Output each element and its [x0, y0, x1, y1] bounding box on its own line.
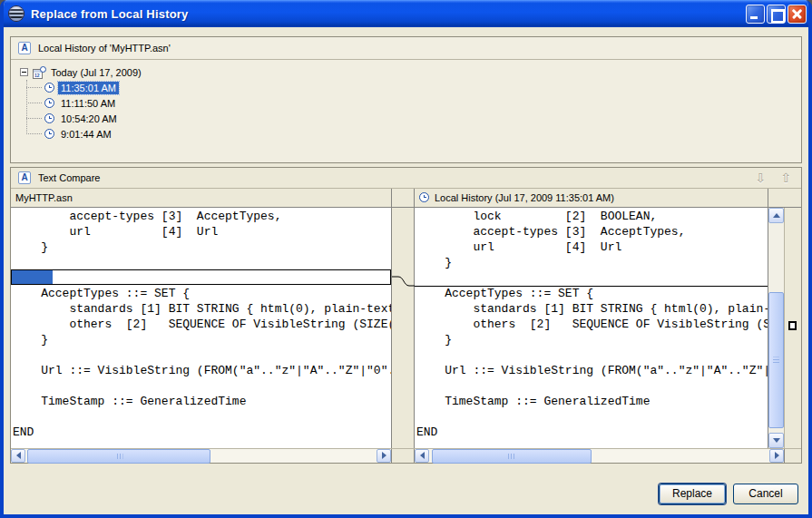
code-line: AcceptTypes ::= SET { [416, 286, 768, 301]
code-line [13, 347, 391, 363]
history-tree[interactable]: Today (Jul 17, 2009) 11:35:01 AM11:11:50… [11, 60, 801, 142]
code-line [416, 409, 768, 425]
code-line: standards [1] BIT STRING { html(0), plai… [416, 301, 768, 317]
scrollbar-gutter-gap [392, 449, 415, 463]
vertical-scrollbar[interactable] [768, 208, 785, 448]
code-line: url [4] Url [13, 224, 391, 239]
horizontal-scrollbar-row [11, 448, 801, 463]
dialog-content: A Local History of 'MyHTTP.asn' Today (J… [4, 27, 808, 514]
diff-overview-ruler[interactable] [785, 208, 801, 448]
left-code-pane[interactable]: accept-types [3] AcceptTypes, url [4] Ur… [11, 208, 392, 448]
next-difference-button[interactable]: ⇩ [750, 169, 770, 187]
dialog-window: Replace from Local History A Local Histo… [0, 0, 812, 518]
code-line [13, 378, 391, 394]
header-corner [768, 189, 801, 206]
history-version-item[interactable]: 11:35:01 AM [11, 80, 801, 95]
history-tree-root[interactable]: Today (Jul 17, 2009) [11, 64, 801, 80]
left-horizontal-scroll-thumb[interactable] [27, 449, 210, 464]
left-horizontal-scrollbar[interactable] [11, 449, 392, 463]
up-arrow-icon: ⇧ [780, 171, 791, 185]
local-history-panel: A Local History of 'MyHTTP.asn' Today (J… [10, 36, 802, 163]
eclipse-app-icon [9, 6, 24, 21]
maximize-button[interactable] [767, 5, 786, 24]
compare-pane-headers: MyHTTP.asn Local History (Jul 17, 2009 1… [11, 189, 801, 207]
compare-body: accept-types [3] AcceptTypes, url [4] Ur… [11, 208, 801, 448]
right-pane-title: Local History (Jul 17, 2009 11:35:01 AM) [435, 192, 614, 203]
scroll-left-button[interactable] [11, 449, 25, 463]
code-line: others [2] SEQUENCE OF VisibleString (SI… [416, 317, 768, 332]
code-line: TimeStamp ::= GeneralizedTime [13, 394, 391, 409]
diff-overview-marker[interactable] [788, 321, 797, 330]
code-line [416, 270, 768, 286]
code-line: } [13, 239, 391, 255]
code-line: } [13, 332, 391, 347]
code-line: } [416, 332, 768, 347]
window-title: Replace from Local History [31, 7, 744, 21]
scroll-right-button[interactable] [377, 449, 391, 463]
diff-insert-line [415, 286, 768, 287]
code-line: END [416, 425, 768, 440]
right-horizontal-scroll-thumb[interactable] [432, 449, 592, 464]
left-pane-title: MyHTTP.asn [15, 192, 73, 203]
scroll-right-button[interactable] [769, 449, 784, 463]
diff-connector-gutter [392, 208, 415, 448]
right-pane-header: Local History (Jul 17, 2009 11:35:01 AM) [415, 189, 768, 206]
scroll-down-button[interactable] [768, 433, 784, 448]
calendar-clock-icon [33, 66, 46, 79]
code-line [416, 378, 768, 394]
right-arrow-icon [382, 452, 386, 459]
history-date-label: Today (Jul 17, 2009) [51, 67, 142, 78]
code-line [416, 347, 768, 363]
scroll-up-button[interactable] [768, 208, 784, 223]
right-code-pane[interactable]: lock [2] BOOLEAN, accept-types [3] Accep… [415, 208, 768, 448]
diff-nav-toolbar: ⇩ ⇧ [750, 169, 796, 187]
scroll-left-button[interactable] [415, 449, 429, 463]
previous-difference-button[interactable]: ⇧ [776, 169, 796, 187]
collapse-expander-icon[interactable] [20, 68, 28, 76]
diff-connector-line [392, 208, 415, 448]
local-history-panel-title: Local History of 'MyHTTP.asn' [38, 43, 171, 54]
history-version-label: 11:35:01 AM [58, 82, 119, 94]
code-line: others [2] SEQUENCE OF VisibleString (SI… [13, 317, 391, 332]
replace-button[interactable]: Replace [659, 484, 726, 504]
history-version-item[interactable]: 9:01:44 AM [11, 126, 801, 142]
history-version-label: 9:01:44 AM [58, 128, 114, 141]
left-pane-header: MyHTTP.asn [11, 189, 392, 206]
code-line: accept-types [3] AcceptTypes, [416, 224, 768, 239]
right-arrow-icon [775, 452, 779, 459]
code-line: TimeStamp ::= GeneralizedTime [416, 394, 768, 409]
code-line: url [4] Url [416, 239, 768, 255]
code-line: END [13, 425, 391, 440]
diff-selected-fill [12, 270, 53, 284]
up-arrow-icon [773, 213, 780, 218]
text-compare-title: Text Compare [38, 172, 100, 183]
code-line: AcceptTypes ::= SET { [13, 286, 391, 301]
gutter-header [392, 189, 415, 206]
clock-icon [44, 129, 54, 139]
local-history-panel-header: A Local History of 'MyHTTP.asn' [11, 37, 801, 60]
clock-icon [44, 113, 54, 123]
right-horizontal-scrollbar[interactable] [415, 449, 785, 463]
history-version-label: 11:11:50 AM [58, 97, 118, 110]
down-arrow-icon: ⇩ [755, 171, 766, 185]
code-line [13, 255, 391, 270]
cancel-button[interactable]: Cancel [733, 484, 798, 504]
left-arrow-icon [16, 452, 21, 459]
asn-file-icon: A [18, 171, 31, 184]
left-arrow-icon [420, 452, 425, 459]
diff-change-box[interactable] [11, 269, 391, 285]
close-button[interactable] [788, 5, 807, 24]
history-version-label: 10:54:20 AM [58, 112, 120, 125]
code-line: } [416, 255, 768, 270]
vertical-scroll-thumb[interactable] [768, 292, 784, 428]
code-line: Url ::= VisibleString (FROM("a".."z"|"A"… [416, 363, 768, 378]
title-bar[interactable]: Replace from Local History [0, 0, 812, 27]
code-line: Url ::= VisibleString (FROM("a".."z"|"A"… [13, 363, 391, 378]
minimize-button[interactable] [746, 5, 765, 24]
tree-children: 11:35:01 AM11:11:50 AM10:54:20 AM9:01:44… [11, 80, 801, 142]
clock-icon [44, 98, 54, 108]
history-version-item[interactable]: 10:54:20 AM [11, 111, 801, 126]
history-version-item[interactable]: 11:11:50 AM [11, 95, 801, 111]
text-compare-panel: A Text Compare ⇩ ⇧ MyHTTP.asn [10, 167, 802, 464]
text-compare-header: A Text Compare ⇩ ⇧ [11, 168, 801, 189]
